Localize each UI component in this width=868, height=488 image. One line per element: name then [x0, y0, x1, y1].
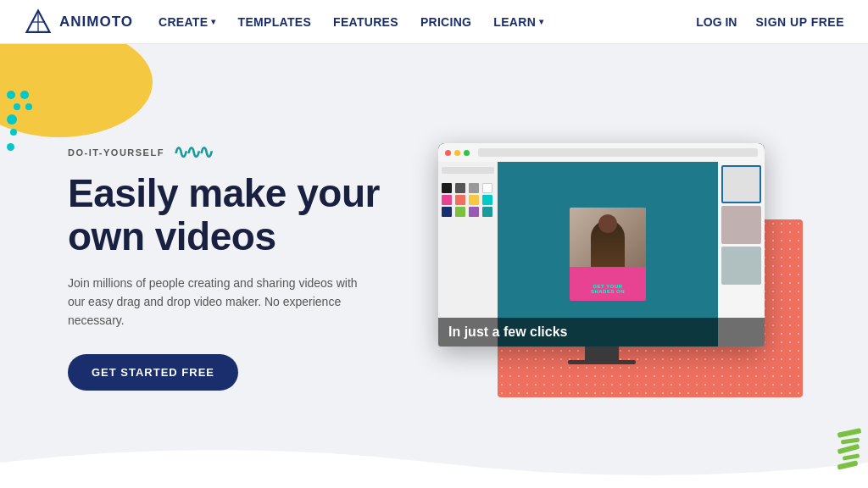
hero-section: DO-IT-YOURSELF ∿∿∿ Easily make your own …: [0, 44, 868, 488]
thumb-1: [721, 165, 761, 203]
navbar: ANIMOTO CREATE ▾ TEMPLATES FEATURES PRIC…: [0, 0, 868, 44]
nav-pricing[interactable]: PRICING: [420, 15, 471, 29]
toolbar-dot-green: [464, 150, 470, 156]
diy-label-row: DO-IT-YOURSELF ∿∿∿: [68, 141, 432, 164]
monitor: GET YOUR SHADES ON: [438, 143, 765, 363]
chevron-down-icon: ▾: [211, 17, 215, 26]
screen-toolbar: [438, 143, 765, 162]
nav-learn[interactable]: LEARN ▾: [493, 15, 543, 29]
toolbar-dot-red: [445, 150, 451, 156]
nav-links: CREATE ▾ TEMPLATES FEATURES PRICING LEAR…: [159, 15, 696, 29]
nav-templates[interactable]: TEMPLATES: [238, 15, 311, 29]
hero-title: Easily make your own videos: [68, 172, 432, 258]
monitor-stand: [585, 347, 619, 360]
logo[interactable]: ANIMOTO: [24, 8, 133, 36]
video-caption-text: In just a few clicks: [448, 324, 568, 339]
monitor-base: [568, 360, 636, 364]
thumb-3: [721, 247, 761, 285]
sidebar-bar: [442, 167, 494, 174]
hero-left: DO-IT-YOURSELF ∿∿∿ Easily make your own …: [68, 141, 432, 390]
signup-link[interactable]: SIGN UP FREE: [755, 15, 844, 29]
wavy-decoration: ∿∿∿: [173, 141, 211, 164]
diy-text: DO-IT-YOURSELF: [68, 147, 164, 158]
hero-description: Join millions of people creating and sha…: [68, 274, 373, 330]
logo-icon: [24, 8, 53, 36]
card-photo: [570, 208, 646, 267]
screen-wrapper: GET YOUR SHADES ON: [438, 143, 794, 389]
video-caption: In just a few clicks: [438, 318, 765, 347]
get-started-button[interactable]: GET STARTED FREE: [68, 354, 238, 391]
login-link[interactable]: LOG IN: [696, 15, 737, 29]
monitor-screen: GET YOUR SHADES ON: [438, 143, 765, 347]
nav-create[interactable]: CREATE ▾: [159, 15, 216, 29]
hero-inner: DO-IT-YOURSELF ∿∿∿ Easily make your own …: [0, 44, 868, 488]
logo-text: ANIMOTO: [59, 14, 133, 30]
toolbar-dot-yellow: [454, 150, 460, 156]
canvas-card: GET YOUR SHADES ON: [570, 208, 646, 301]
nav-features[interactable]: FEATURES: [333, 15, 398, 29]
color-grid: [442, 183, 494, 217]
thumb-2: [721, 206, 761, 244]
nav-right: LOG IN SIGN UP FREE: [696, 15, 844, 29]
chevron-down-icon: ▾: [539, 17, 543, 26]
monitor-body: GET YOUR SHADES ON: [438, 143, 765, 347]
card-text: GET YOUR SHADES ON: [591, 284, 625, 294]
hero-right: GET YOUR SHADES ON: [432, 143, 800, 389]
toolbar-address: [478, 148, 758, 157]
